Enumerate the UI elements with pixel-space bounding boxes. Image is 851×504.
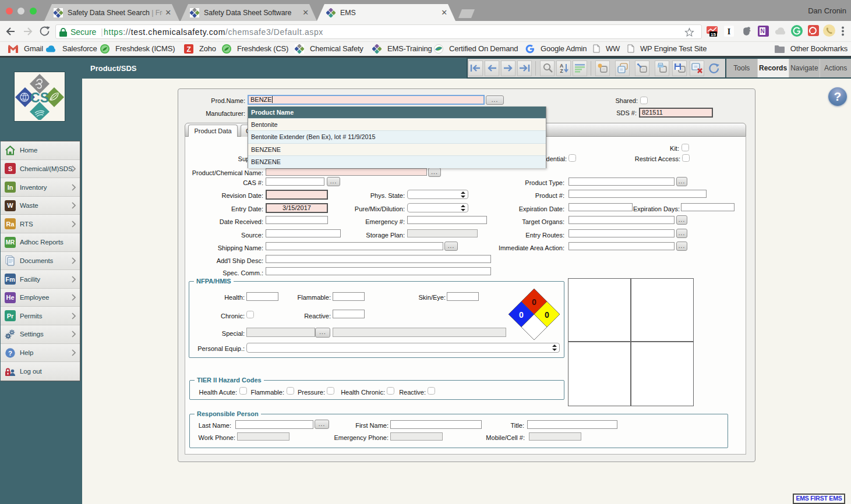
svg-text:?: ? xyxy=(8,349,12,356)
svg-text:0: 0 xyxy=(545,310,549,320)
svg-text:CS: CS xyxy=(30,90,49,105)
svg-text:I: I xyxy=(728,27,730,36)
svg-text:0: 0 xyxy=(532,297,536,307)
svg-text:Z: Z xyxy=(186,45,190,53)
svg-text:15: 15 xyxy=(711,32,716,37)
svg-text:N: N xyxy=(760,28,764,34)
svg-text:0: 0 xyxy=(519,310,524,320)
svg-text:Z: Z xyxy=(560,68,563,73)
